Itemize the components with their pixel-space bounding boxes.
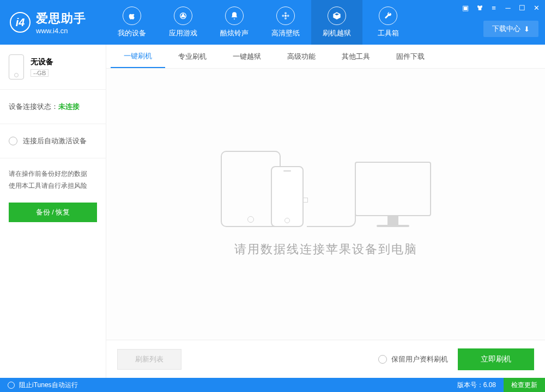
radio-icon [378,355,387,364]
block-itunes-label[interactable]: 阻止iTunes自动运行 [19,381,78,390]
flash-now-button[interactable]: 立即刷机 [458,348,534,370]
monitor-icon [355,162,431,227]
nav-ringtones[interactable]: 酷炫铃声 [209,0,260,45]
feedback-icon[interactable]: ▣ [461,3,470,12]
minimize-icon[interactable]: ─ [504,3,512,12]
connection-status-value: 未连接 [58,102,80,111]
device-name: 无设备 [31,57,53,67]
nav-my-device[interactable]: 我的设备 [106,0,158,45]
status-bar: 阻止iTunes自动运行 版本号：6.08 检查更新 [0,378,545,392]
radio-icon [9,137,17,145]
bottom-bar: 刷新列表 保留用户资料刷机 立即刷机 [106,340,545,378]
logo-block[interactable]: i4 爱思助手 www.i4.cn [0,0,106,45]
svg-point-1 [284,15,287,17]
logo-icon: i4 [10,12,31,33]
nav-flash-jailbreak[interactable]: 刷机越狱 [311,0,362,45]
skin-icon[interactable] [475,3,484,12]
warning-text: 请在操作前备份好您的数据 使用本工具请自行承担风险 [0,158,106,198]
check-update-button[interactable]: 检查更新 [504,378,545,392]
header: i4 爱思助手 www.i4.cn 我的设备 应用游戏 酷炫铃声 高清壁纸 刷机… [0,0,545,45]
iphone-icon [271,166,304,227]
device-block: 无设备 --GB [0,45,106,90]
wrench-icon [379,7,397,25]
connection-status-row: 设备连接状态：未连接 [0,90,106,124]
keep-user-data-option[interactable]: 保留用户资料刷机 [378,354,448,364]
svg-point-4 [282,15,284,17]
sub-tabs: 一键刷机 专业刷机 一键越狱 高级功能 其他工具 固件下载 [106,45,545,69]
subtab-pro-flash[interactable]: 专业刷机 [165,45,220,68]
app-title: 爱思助手 [36,10,86,27]
content-area: 请用数据线连接苹果设备到电脑 [106,69,545,340]
main-nav: 我的设备 应用游戏 酷炫铃声 高清壁纸 刷机越狱 工具箱 [106,0,414,45]
close-icon[interactable]: ✕ [532,3,541,12]
phone-outline-icon [9,54,24,79]
radio-icon[interactable] [8,382,15,389]
auto-activate-option[interactable]: 连接后自动激活设备 [0,124,106,158]
main-panel: 一键刷机 专业刷机 一键越狱 高级功能 其他工具 固件下载 请用数据线连接苹果设… [106,45,545,378]
apple-icon [123,7,141,25]
menu-icon[interactable]: ≡ [489,3,498,12]
nav-wallpapers[interactable]: 高清壁纸 [260,0,311,45]
subtab-firmware[interactable]: 固件下载 [383,45,438,68]
subtab-other-tools[interactable]: 其他工具 [329,45,383,68]
connect-illustration [221,151,431,227]
nav-toolbox[interactable]: 工具箱 [362,0,414,45]
box-icon [328,7,346,25]
subtab-advanced[interactable]: 高级功能 [274,45,329,68]
refresh-list-button[interactable]: 刷新列表 [117,349,181,370]
app-url: www.i4.cn [36,27,86,35]
bell-icon [225,7,244,25]
download-icon: ⬇ [524,25,530,33]
titlebar-controls: ▣ ≡ ─ ☐ ✕ [461,3,541,12]
flower-icon [276,7,295,25]
cable-icon [307,200,356,227]
sidebar: 无设备 --GB 设备连接状态：未连接 连接后自动激活设备 请在操作前备份好您的… [0,45,106,378]
app-icon [174,7,192,25]
svg-point-2 [284,12,287,14]
connect-hint: 请用数据线连接苹果设备到电脑 [234,241,417,258]
backup-restore-button[interactable]: 备份 / 恢复 [9,203,97,222]
version-label: 版本号：6.08 [450,381,504,390]
svg-point-5 [287,15,289,17]
download-center-button[interactable]: 下载中心 ⬇ [483,21,538,37]
subtab-oneclick-jailbreak[interactable]: 一键越狱 [220,45,274,68]
device-storage: --GB [31,69,49,77]
nav-apps[interactable]: 应用游戏 [158,0,209,45]
subtab-oneclick-flash[interactable]: 一键刷机 [111,45,165,68]
maximize-icon[interactable]: ☐ [518,3,526,12]
svg-point-3 [284,17,287,20]
